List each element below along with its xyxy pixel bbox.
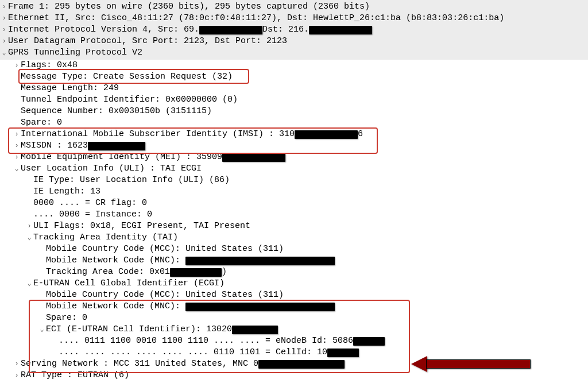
redacted-enb — [353, 337, 385, 346]
tree-row-imsi[interactable]: › International Mobile Subscriber Identi… — [0, 129, 588, 140]
tree-row-ethernet[interactable]: › Ethernet II, Src: Cisco_48:11:27 (78:0… — [0, 13, 588, 24]
tree-row-spare[interactable]: Spare: 0 — [0, 117, 588, 129]
uli-ielen: IE Length: 13 — [33, 186, 100, 198]
chevron-right-icon: › — [13, 152, 21, 163]
tree-row-seq[interactable]: Sequence Number: 0x0030150b (3151115) — [0, 106, 588, 117]
cell-pre: .... .... .... .... .... .... 0110 1101 … — [59, 347, 327, 358]
chevron-right-icon: › — [0, 36, 8, 47]
redacted-ip-src — [199, 26, 262, 34]
redacted-tai-mnc — [185, 257, 335, 265]
gtp-msglen: Message Length: 249 — [21, 83, 119, 94]
msisdn-pre: MSISDN : 1623 — [21, 140, 88, 152]
chevron-right-icon: › — [0, 24, 8, 36]
ecgi-spare: Spare: 0 — [46, 312, 87, 324]
mei-pre: Mobile Equipment Identity (MEI) : 35909 — [21, 152, 222, 163]
chevron-right-icon: › — [13, 370, 21, 381]
tree-row-udp[interactable]: › User Datagram Protocol, Src Port: 2123… — [0, 36, 588, 47]
frame-summary: Frame 1: 295 bytes on wire (2360 bits), … — [8, 1, 370, 13]
ethernet-summary: Ethernet II, Src: Cisco_48:11:27 (78:0c:… — [8, 13, 504, 24]
tree-row-msisdn[interactable]: › MSISDN : 1623 — [0, 140, 588, 152]
uli-inst: .... 0000 = Instance: 0 — [33, 209, 152, 220]
redacted-cellid — [327, 349, 359, 357]
tai-tac-post: ) — [222, 266, 227, 278]
tree-row-ecgi-spare[interactable]: Spare: 0 — [0, 312, 588, 324]
gtp-msgtype: Message Type: Create Session Request (32… — [21, 71, 233, 83]
chevron-right-icon: › — [13, 358, 21, 370]
uli-hdr: User Location Info (ULI) : TAI ECGI — [21, 163, 202, 175]
tree-row-eci[interactable]: ⌄ ECI (E-UTRAN Cell Identifier): 13020 — [0, 324, 588, 335]
tree-row-uli[interactable]: ⌄ User Location Info (ULI) : TAI ECGI — [0, 163, 588, 175]
tree-row-uli-flags[interactable]: › ULI Flags: 0x18, ECGI Present, TAI Pre… — [0, 220, 588, 232]
tree-row-gtp[interactable]: ⌄ GPRS Tunneling Protocol V2 — [0, 47, 588, 59]
tree-row-frame[interactable]: › Frame 1: 295 bytes on wire (2360 bits)… — [0, 1, 588, 13]
tree-row-serving[interactable]: › Serving Network : MCC 311 United State… — [0, 358, 588, 370]
tree-row-msglen[interactable]: Message Length: 249 — [0, 83, 588, 94]
redacted-ip-dst — [309, 26, 372, 34]
tree-row-cellid[interactable]: .... .... .... .... .... .... 0110 1101 … — [0, 347, 588, 358]
chevron-down-icon: ⌄ — [38, 324, 46, 335]
tree-row-tai-tac[interactable]: Tracking Area Code: 0x01) — [0, 266, 588, 278]
ecgi-hdr: E-UTRAN Cell Global Identifier (ECGI) — [33, 278, 225, 289]
ecgi-mnc-pre: Mobile Network Code (MNC): — [46, 301, 185, 312]
chevron-right-icon: › — [0, 1, 8, 13]
uli-ietype: IE Type: User Location Info (ULI) (86) — [33, 175, 230, 186]
tree-row-rat[interactable]: › RAT Type : EUTRAN (6) — [0, 370, 588, 381]
rat-type: RAT Type : EUTRAN (6) — [21, 370, 129, 381]
redacted-serving — [258, 360, 345, 369]
chevron-right-icon: › — [13, 60, 21, 71]
redacted-imsi — [295, 130, 358, 139]
ip-dst-pre: Dst: 216. — [262, 24, 309, 36]
gtp-summary: GPRS Tunneling Protocol V2 — [8, 47, 142, 59]
tree-row-ecgi-mcc[interactable]: Mobile Country Code (MCC): United States… — [0, 289, 588, 301]
tai-tac-pre: Tracking Area Code: 0x01 — [46, 266, 170, 278]
chevron-down-icon: ⌄ — [13, 163, 21, 175]
gtp-spare: Spare: 0 — [21, 117, 62, 129]
tree-row-msgtype[interactable]: Message Type: Create Session Request (32… — [0, 71, 588, 83]
redacted-msisdn — [88, 142, 145, 150]
chevron-right-icon: › — [0, 13, 8, 24]
gtp-seq: Sequence Number: 0x0030150b (3151115) — [21, 106, 212, 117]
redacted-tai-tac — [170, 268, 222, 277]
gtp-teid: Tunnel Endpoint Identifier: 0x00000000 (… — [21, 94, 238, 106]
serving-pre: Serving Network : MCC 311 United States,… — [21, 358, 258, 370]
tree-row-flags[interactable]: › Flags: 0x48 — [0, 60, 588, 71]
tree-row-ecgi-mnc[interactable]: Mobile Network Code (MNC): — [0, 301, 588, 312]
chevron-down-icon: ⌄ — [0, 47, 8, 59]
chevron-down-icon: ⌄ — [25, 278, 33, 289]
redacted-ecgi-mnc — [185, 303, 335, 311]
tree-row-enb[interactable]: .... 0111 1100 0010 1100 1110 .... .... … — [0, 335, 588, 347]
ecgi-mcc: Mobile Country Code (MCC): United States… — [46, 289, 284, 301]
gtp-flags: Flags: 0x48 — [21, 60, 78, 71]
chevron-right-icon: › — [25, 220, 33, 232]
tree-row-tai-mnc[interactable]: Mobile Network Code (MNC): — [0, 255, 588, 266]
chevron-down-icon: ⌄ — [25, 232, 33, 243]
eci-pre: ECI (E-UTRAN Cell Identifier): 13020 — [46, 324, 232, 335]
tree-row-tai-mcc[interactable]: Mobile Country Code (MCC): United States… — [0, 243, 588, 255]
enb-pre: .... 0111 1100 0010 1100 1110 .... .... … — [59, 335, 353, 347]
redacted-eci — [232, 326, 278, 334]
tree-row-teid[interactable]: Tunnel Endpoint Identifier: 0x00000000 (… — [0, 94, 588, 106]
ip-src-pre: Internet Protocol Version 4, Src: 69. — [8, 24, 199, 36]
uli-flags: ULI Flags: 0x18, ECGI Present, TAI Prese… — [33, 220, 250, 232]
tai-mnc-pre: Mobile Network Code (MNC): — [46, 255, 185, 266]
tree-row-uli-ielen[interactable]: IE Length: 13 — [0, 186, 588, 198]
tree-row-uli-inst[interactable]: .... 0000 = Instance: 0 — [0, 209, 588, 220]
tree-row-mei[interactable]: › Mobile Equipment Identity (MEI) : 3590… — [0, 152, 588, 163]
tai-mcc: Mobile Country Code (MCC): United States… — [46, 243, 284, 255]
tree-row-uli-cr[interactable]: 0000 .... = CR flag: 0 — [0, 198, 588, 209]
imsi-pre: International Mobile Subscriber Identity… — [21, 129, 295, 140]
tree-row-ip[interactable]: › Internet Protocol Version 4, Src: 69. … — [0, 24, 588, 36]
uli-cr: 0000 .... = CR flag: 0 — [33, 198, 147, 209]
tree-row-tai[interactable]: ⌄ Tracking Area Identity (TAI) — [0, 232, 588, 243]
chevron-right-icon: › — [13, 129, 21, 140]
tai-hdr: Tracking Area Identity (TAI) — [33, 232, 178, 243]
imsi-post: 6 — [358, 129, 363, 140]
redacted-mei — [222, 153, 285, 162]
chevron-right-icon: › — [13, 140, 21, 152]
udp-summary: User Datagram Protocol, Src Port: 2123, … — [8, 36, 287, 47]
tree-row-uli-ietype[interactable]: IE Type: User Location Info (ULI) (86) — [0, 175, 588, 186]
tree-row-ecgi[interactable]: ⌄ E-UTRAN Cell Global Identifier (ECGI) — [0, 278, 588, 289]
